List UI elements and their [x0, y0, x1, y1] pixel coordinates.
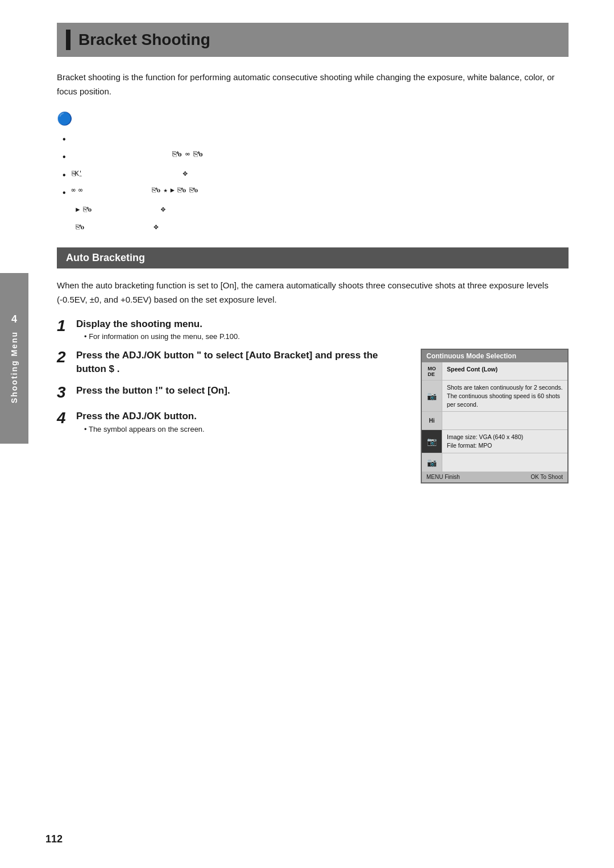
menu-content: MODE Speed Cont (Low) 📷 Shots are taken … [422, 362, 567, 471]
menu-icon-2: Hi [422, 412, 442, 429]
page-title: Bracket Shooting [78, 31, 210, 49]
step-3: 3 Press the button !" to select [On]. [57, 384, 409, 402]
menu-footer: MENU Finish OK To Shoot [422, 472, 567, 482]
menu-screenshot: Continuous Mode Selection MODE Speed Con… [421, 349, 569, 483]
bullet-1-dot: • [63, 132, 66, 147]
step-2-title: Press the ADJ./OK button " to select [Au… [76, 350, 378, 374]
bullet-row-5: ▶ ⎘𝄌𝐨 ✥ [63, 202, 569, 218]
section-title: Auto Bracketing [66, 252, 145, 263]
bullet-6-content: ⎘𝄌𝐨 ✥ [76, 220, 157, 233]
step-4-sub: The symbol appears on the screen. [84, 425, 409, 433]
title-banner: Bracket Shooting [57, 23, 569, 57]
page-number: 112 [45, 833, 63, 845]
step-2-content: Press the ADJ./OK button " to select [Au… [76, 349, 409, 376]
bullet-2-dot: • [63, 150, 66, 164]
page-container: 4 Shooting Menu Bracket Shooting Bracket… [0, 0, 614, 868]
menu-title-bar: Continuous Mode Selection [422, 350, 567, 362]
menu-row-4: 📷 [422, 453, 567, 472]
side-tab-label: Shooting Menu [10, 331, 19, 403]
bullet-4-content: ∞ ∞ ⎘𝄌𝐨 ★ ▶ ⎘𝄌𝐨 ⎘𝄌𝐨 [72, 184, 197, 196]
menu-desc-2 [442, 412, 567, 429]
menu-icon-1: 📷 [422, 381, 442, 411]
step-1-sub: For information on using the menu, see P… [84, 332, 569, 341]
bullet-4-dot: • [63, 185, 66, 200]
menu-box: Continuous Mode Selection MODE Speed Con… [421, 349, 569, 483]
bullet-section: • • ⎘𝄌𝐨 ∞ ⎘𝄌𝐨 • ⎘K⍘ ✥ [57, 131, 569, 237]
menu-footer-left: MENU Finish [426, 474, 460, 480]
bullet-5-content: ▶ ⎘𝄌𝐨 ✥ [76, 202, 165, 216]
step-3-title: Press the button !" to select [On]. [76, 385, 230, 396]
menu-row-2: Hi [422, 412, 567, 430]
menu-title: Continuous Mode Selection [426, 352, 516, 360]
title-bar-accent [66, 30, 70, 50]
step-2-area: 2 Press the ADJ./OK button " to select [… [57, 349, 569, 483]
step-3-content: Press the button !" to select [On]. [76, 384, 409, 398]
bullet-row-3: • ⎘K⍘ ✥ [63, 167, 569, 183]
step-4: 4 Press the ADJ./OK button. The symbol a… [57, 410, 409, 433]
bullet-row-1: • [63, 131, 569, 147]
bullet-3-dot: • [63, 168, 66, 183]
step-1-content: Display the shooting menu. For informati… [76, 317, 569, 341]
camera-icon-area: 🔵 [57, 111, 569, 126]
menu-desc-0-title: Speed Cont (Low) [447, 365, 563, 374]
menu-row-3: 📷 Image size: VGA (640 x 480)File format… [422, 430, 567, 453]
menu-footer-right: OK To Shoot [530, 474, 563, 480]
menu-icon-0: MODE [422, 362, 442, 380]
bullet-row-4: • ∞ ∞ ⎘𝄌𝐨 ★ ▶ ⎘𝄌𝐨 ⎘𝄌𝐨 [63, 184, 569, 200]
step-3-number: 3 [57, 384, 70, 402]
intro-text: Bracket shooting is the function for per… [57, 71, 569, 99]
step-4-title: Press the ADJ./OK button. [76, 411, 197, 421]
bullet-6-dot [63, 221, 70, 236]
bullet-row-2: • ⎘𝄌𝐨 ∞ ⎘𝄌𝐨 [63, 148, 569, 164]
bullet-row-6: ⎘𝄌𝐨 ✥ [63, 220, 569, 236]
section-banner: Auto Bracketing [57, 247, 569, 268]
step-2-number: 2 [57, 349, 70, 366]
menu-desc-3-body: Image size: VGA (640 x 480)File format: … [447, 433, 523, 449]
menu-desc-4 [442, 453, 567, 472]
menu-desc-1: Shots are taken continuously for 2 secon… [442, 381, 567, 411]
side-tab-number: 4 [11, 313, 17, 325]
menu-desc-3: Image size: VGA (640 x 480)File format: … [442, 430, 567, 452]
step-2-text: 2 Press the ADJ./OK button " to select [… [57, 349, 409, 441]
menu-row-0: MODE Speed Cont (Low) [422, 362, 567, 381]
bullet-3-content: ⎘K⍘ ✥ [72, 167, 187, 180]
step-4-number: 4 [57, 410, 70, 427]
menu-icon-4: 📷 [422, 453, 442, 472]
camera-icon: 🔵 [57, 111, 72, 126]
step-1: 1 Display the shooting menu. For informa… [57, 317, 569, 341]
bullet-5-dot [63, 204, 70, 218]
bullet-2-content: ⎘𝄌𝐨 ∞ ⎘𝄌𝐨 [72, 148, 202, 160]
step-2: 2 Press the ADJ./OK button " to select [… [57, 349, 409, 376]
bullet-1-content [72, 131, 76, 143]
step-4-content: Press the ADJ./OK button. The symbol app… [76, 410, 409, 433]
menu-desc-1-body: Shots are taken continuously for 2 secon… [447, 384, 563, 407]
menu-icon-3: 📷 [422, 430, 442, 452]
side-tab: 4 Shooting Menu [0, 273, 28, 444]
menu-row-1: 📷 Shots are taken continuously for 2 sec… [422, 381, 567, 412]
section-body-text: When the auto bracketing function is set… [57, 279, 569, 307]
menu-desc-0: Speed Cont (Low) [442, 362, 567, 380]
step-1-title: Display the shooting menu. [76, 319, 202, 329]
step-1-number: 1 [57, 317, 70, 335]
